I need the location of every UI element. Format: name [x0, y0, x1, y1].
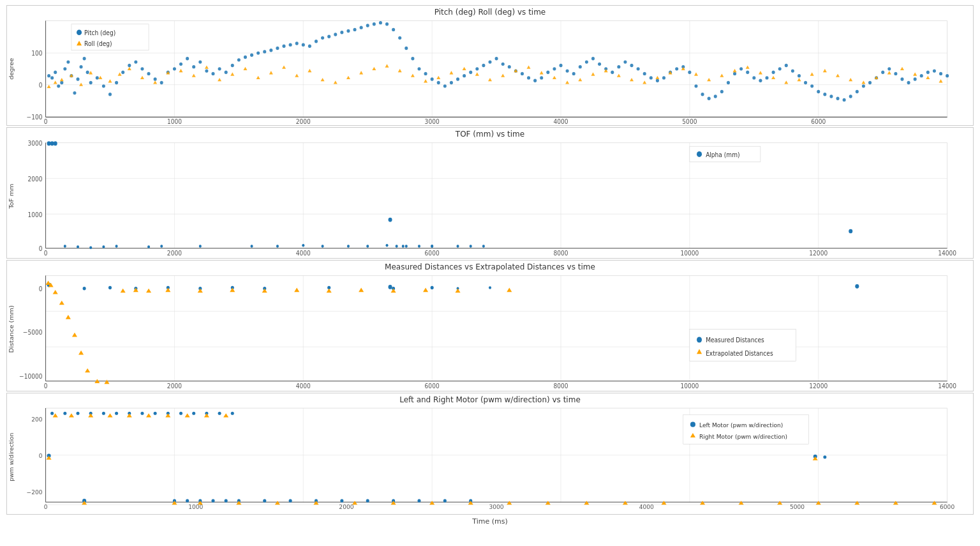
- x-axis-label: Time (ms): [6, 516, 974, 527]
- svg-point-286: [160, 245, 163, 247]
- svg-point-76: [334, 33, 337, 36]
- svg-point-114: [579, 65, 582, 68]
- svg-rect-250: [46, 143, 947, 248]
- svg-text:2000: 2000: [339, 504, 353, 511]
- svg-point-82: [373, 22, 376, 26]
- svg-point-304: [482, 245, 485, 247]
- svg-text:3000: 3000: [27, 140, 42, 148]
- svg-text:0: 0: [39, 285, 43, 293]
- distances-title: Measured Distances vs Extrapolated Dista…: [7, 261, 973, 272]
- svg-text:2000: 2000: [27, 176, 42, 183]
- svg-point-109: [546, 71, 549, 74]
- svg-point-375: [697, 337, 702, 343]
- svg-point-408: [102, 412, 105, 415]
- svg-point-137: [727, 81, 730, 84]
- svg-point-60: [231, 64, 234, 67]
- svg-point-140: [746, 71, 749, 74]
- svg-point-289: [276, 245, 279, 247]
- svg-point-86: [398, 36, 401, 40]
- svg-point-291: [322, 245, 324, 247]
- svg-point-72: [308, 45, 311, 48]
- svg-text:5000: 5000: [682, 118, 697, 124]
- svg-point-290: [302, 244, 304, 246]
- svg-point-42: [115, 81, 118, 84]
- svg-point-161: [881, 71, 884, 74]
- svg-point-44: [128, 64, 131, 67]
- svg-point-171: [946, 74, 949, 77]
- svg-point-55: [198, 60, 202, 63]
- svg-point-81: [366, 24, 369, 27]
- svg-point-279: [54, 141, 57, 146]
- svg-point-287: [199, 245, 202, 247]
- svg-point-68: [282, 45, 285, 48]
- svg-point-98: [475, 67, 479, 70]
- svg-point-51: [173, 67, 176, 70]
- svg-text:14000: 14000: [938, 383, 956, 390]
- pitch-roll-svg: 100 0 −100 0 1000 2000 3000 4000 5000 60…: [7, 17, 973, 124]
- svg-text:Measured Distances: Measured Distances: [706, 337, 764, 344]
- svg-point-138: [733, 72, 736, 75]
- distances-panel: Measured Distances vs Extrapolated Dista…: [6, 260, 974, 391]
- svg-point-280: [64, 245, 66, 247]
- svg-point-472: [690, 422, 695, 427]
- svg-text:0: 0: [39, 245, 43, 253]
- svg-point-411: [140, 412, 144, 415]
- svg-point-152: [823, 93, 826, 96]
- svg-text:6000: 6000: [811, 118, 826, 124]
- svg-text:14000: 14000: [938, 250, 956, 257]
- svg-text:−200: −200: [27, 489, 43, 496]
- svg-point-49: [160, 81, 163, 84]
- svg-rect-309: [46, 276, 947, 381]
- svg-point-91: [431, 77, 434, 80]
- svg-point-80: [360, 26, 363, 29]
- svg-rect-379: [46, 409, 947, 505]
- svg-text:0: 0: [44, 383, 48, 390]
- tof-svg: 3000 2000 1000 0 0 2000 4000 6000 8000 1…: [7, 139, 973, 257]
- svg-text:6000: 6000: [425, 250, 440, 257]
- svg-text:5000: 5000: [790, 504, 805, 511]
- svg-point-303: [470, 245, 472, 247]
- svg-point-127: [662, 76, 665, 79]
- svg-point-414: [179, 412, 182, 415]
- svg-point-136: [720, 90, 724, 93]
- svg-point-155: [843, 98, 846, 102]
- svg-point-405: [63, 412, 66, 415]
- svg-point-26: [50, 76, 54, 79]
- svg-point-293: [366, 245, 369, 247]
- svg-point-421: [186, 499, 189, 503]
- svg-point-65: [263, 50, 266, 53]
- svg-point-424: [225, 499, 228, 503]
- svg-text:4000: 4000: [553, 118, 568, 124]
- svg-point-54: [192, 65, 195, 68]
- svg-point-63: [250, 54, 253, 57]
- svg-point-432: [417, 499, 420, 503]
- svg-text:2000: 2000: [167, 383, 182, 390]
- svg-point-169: [933, 69, 936, 72]
- svg-point-134: [708, 97, 711, 100]
- svg-point-167: [920, 74, 923, 77]
- svg-point-143: [765, 76, 768, 79]
- svg-text:Right Motor (pwm w/direction): Right Motor (pwm w/direction): [699, 434, 787, 441]
- svg-text:0: 0: [39, 453, 43, 459]
- svg-point-47: [147, 72, 151, 75]
- svg-point-120: [617, 65, 620, 68]
- svg-text:10000: 10000: [680, 250, 699, 257]
- svg-point-33: [73, 91, 76, 95]
- svg-point-113: [572, 72, 575, 75]
- svg-text:pwm w/direction: pwm w/direction: [8, 433, 15, 482]
- svg-point-28: [57, 84, 60, 87]
- svg-point-131: [688, 71, 691, 74]
- svg-point-285: [147, 245, 150, 248]
- svg-point-302: [457, 245, 459, 247]
- svg-point-430: [366, 499, 369, 503]
- svg-text:8000: 8000: [553, 383, 568, 390]
- svg-point-145: [778, 67, 782, 70]
- svg-text:2000: 2000: [296, 118, 311, 124]
- svg-point-298: [389, 218, 392, 222]
- svg-point-67: [276, 47, 279, 50]
- svg-point-159: [868, 81, 872, 84]
- svg-point-90: [424, 72, 427, 75]
- svg-text:Roll (deg): Roll (deg): [84, 40, 112, 47]
- svg-text:ToF mm: ToF mm: [8, 184, 15, 209]
- svg-point-53: [186, 57, 189, 60]
